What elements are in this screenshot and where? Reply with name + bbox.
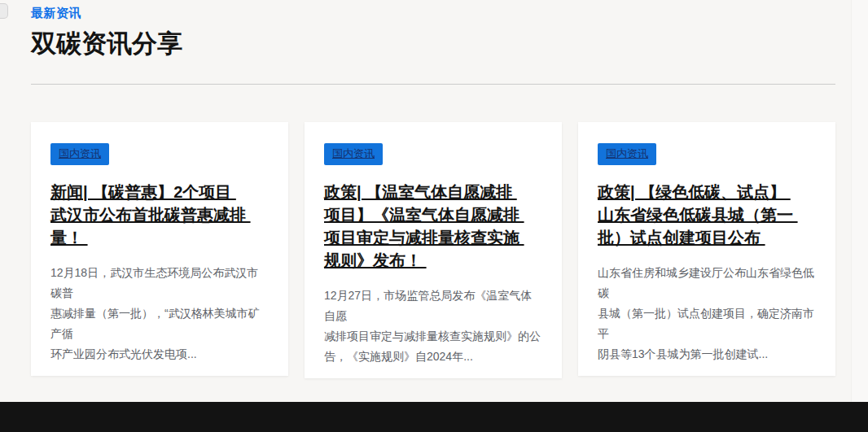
news-card-list: 国内资讯 新闻| 【碳普惠】2个项目 武汉市公布首批碳普惠减排 量！ 12月18… [31, 122, 835, 378]
news-card: 国内资讯 政策| 【温室气体自愿减排 项目】《温室气体自愿减排 项目审定与减排量… [305, 122, 562, 378]
scroll-track [851, 0, 868, 402]
category-badge[interactable]: 国内资讯 [324, 143, 383, 165]
article-title-link[interactable]: 政策| 【绿色低碳、试点】 山东省绿色低碳县城（第一 批）试点创建项目公布 [598, 181, 816, 249]
article-excerpt: 山东省住房和城乡建设厅公布山东省绿色低碳 县城（第一批）试点创建项目，确定济南市… [598, 263, 816, 364]
news-card: 国内资讯 新闻| 【碳普惠】2个项目 武汉市公布首批碳普惠减排 量！ 12月18… [31, 122, 288, 376]
section-divider [31, 84, 835, 85]
article-excerpt: 12月27日，市场监管总局发布《温室气体自愿 减排项目审定与减排量核查实施规则》… [324, 286, 542, 367]
news-card: 国内资讯 政策| 【绿色低碳、试点】 山东省绿色低碳县城（第一 批）试点创建项目… [578, 122, 835, 376]
footer-bar [0, 402, 868, 432]
category-badge[interactable]: 国内资讯 [598, 143, 656, 165]
page: 最新资讯 双碳资讯分享 国内资讯 新闻| 【碳普惠】2个项目 武汉市公布首批碳普… [0, 0, 868, 432]
left-edge-scroll-thumb[interactable] [0, 3, 8, 19]
category-badge[interactable]: 国内资讯 [50, 143, 109, 165]
article-title-link[interactable]: 新闻| 【碳普惠】2个项目 武汉市公布首批碳普惠减排 量！ [50, 181, 269, 249]
article-title-link[interactable]: 政策| 【温室气体自愿减排 项目】《温室气体自愿减排 项目审定与减排量核查实施 … [324, 181, 542, 272]
news-section: 最新资讯 双碳资讯分享 国内资讯 新闻| 【碳普惠】2个项目 武汉市公布首批碳普… [31, 0, 835, 378]
section-eyebrow: 最新资讯 [31, 6, 835, 21]
article-excerpt: 12月18日，武汉市生态环境局公布武汉市碳普 惠减排量（第一批），“武汉格林美城… [50, 263, 269, 364]
page-title: 双碳资讯分享 [31, 27, 835, 61]
